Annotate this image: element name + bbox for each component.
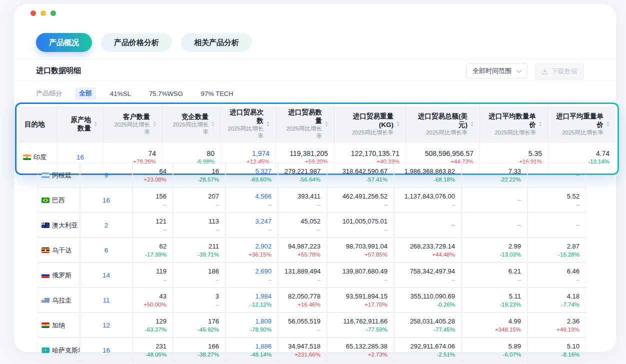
yoy-change: -77.45% bbox=[400, 326, 455, 334]
yoy-change: – bbox=[334, 226, 388, 234]
trade-count-link[interactable]: 1,886 bbox=[232, 342, 272, 351]
yoy-change: -19.23% bbox=[468, 301, 521, 308]
sort-icon[interactable] bbox=[606, 122, 610, 126]
yoy-change: – bbox=[180, 201, 219, 208]
table-row[interactable]: 俄罗斯14119–186–2,690–131,889,494–139,807,6… bbox=[38, 262, 586, 288]
trade-count-link[interactable]: 2,690 bbox=[232, 267, 272, 276]
table-row[interactable]: 乌拉圭1143+50.00%3–1,984-12.12%82,050,778+1… bbox=[38, 288, 586, 312]
filter-option-all[interactable]: 全部 bbox=[75, 88, 96, 100]
filter-option-97tech[interactable]: 97% TECH bbox=[197, 88, 238, 99]
filter-label: 产品细分 bbox=[36, 89, 62, 98]
metric-cell: 62-17.39% bbox=[132, 238, 173, 262]
origin-count-link[interactable]: 6 bbox=[104, 246, 108, 254]
sort-icon[interactable] bbox=[396, 122, 400, 126]
table-row[interactable]: 巴西16156–207–4,566–393,411–462,491,256.52… bbox=[38, 188, 586, 212]
metric-value: 231 bbox=[139, 342, 166, 351]
origin-count-link[interactable]: 11 bbox=[102, 296, 110, 304]
trade-count-link[interactable]: 1,984 bbox=[232, 292, 272, 301]
metric-cell: 6.21– bbox=[462, 262, 528, 288]
metric-cell: 5.11-19.23% bbox=[462, 288, 528, 312]
column-header-avg-quantity-price: 进口平均数量单价2025同比增长率 bbox=[480, 106, 548, 142]
flag-kz-icon bbox=[42, 348, 50, 353]
yoy-change: -56.64% bbox=[284, 176, 320, 184]
trade-count-link[interactable]: 2,902 bbox=[232, 242, 272, 251]
destination-cell: 加纳 bbox=[38, 312, 80, 338]
metric-value: 5.11 bbox=[468, 292, 521, 301]
sort-icon[interactable] bbox=[539, 122, 542, 126]
metric-cell: 268,233,729.14+44.48% bbox=[394, 238, 462, 262]
origin-count-link[interactable]: 14 bbox=[102, 272, 110, 279]
origin-count-link[interactable]: 16 bbox=[102, 346, 110, 354]
metric-cell: 1,984-12.12% bbox=[226, 288, 278, 312]
destination-label: 哈萨克斯坦 bbox=[52, 346, 80, 354]
filter-option-41sl[interactable]: 41%SL bbox=[106, 88, 135, 99]
metric-cell: 5.52– bbox=[528, 188, 586, 212]
tab-related-products[interactable]: 相关产品分析 bbox=[181, 33, 252, 52]
metric-cell: 4.99+348.15% bbox=[462, 312, 528, 338]
trade-count-link[interactable]: 1,809 bbox=[232, 317, 272, 326]
origin-count-link[interactable]: 16 bbox=[76, 154, 84, 161]
origin-count-link[interactable]: 9 bbox=[104, 172, 108, 179]
metric-value: 7.33 bbox=[468, 167, 521, 176]
metric-cell: 43+50.00% bbox=[132, 288, 173, 312]
yoy-change: +2.73% bbox=[334, 351, 388, 358]
trade-count-link[interactable]: 4,566 bbox=[232, 192, 272, 201]
table-row[interactable]: 乌干达662-17.39%211-39.71%2,902+36.15%94,98… bbox=[38, 238, 586, 262]
yoy-change: +49.19% bbox=[534, 326, 580, 334]
metric-value: 56,055,519 bbox=[284, 317, 320, 326]
metric-value: 3 bbox=[180, 292, 219, 301]
metric-value: 5.10 bbox=[534, 342, 580, 351]
metric-value: 758,342,497.94 bbox=[400, 267, 455, 276]
metric-value: 43 bbox=[139, 292, 166, 301]
table-row[interactable]: 加纳12129-63.27%176-45.92%1,809-78.90%56,0… bbox=[38, 312, 586, 338]
metric-cell: 82,050,778+16.46% bbox=[278, 288, 327, 312]
metric-cell: 231-48.05% bbox=[132, 338, 173, 362]
metric-cell: 279,221,987-56.64% bbox=[278, 162, 327, 188]
metric-cell: 5.10-8.16% bbox=[528, 338, 586, 362]
table-row[interactable]: 澳大利亚2121–113–3,247–45,052–101,005,075.01… bbox=[38, 212, 586, 238]
minimize-window-button[interactable] bbox=[40, 10, 46, 16]
yoy-change: -13.03% bbox=[468, 251, 521, 258]
yoy-change: +50.00% bbox=[139, 301, 166, 308]
metric-value: 80 bbox=[168, 149, 214, 158]
yoy-change: – bbox=[534, 276, 580, 284]
metric-value: 119 bbox=[139, 267, 166, 276]
close-window-button[interactable] bbox=[30, 10, 36, 16]
yoy-change: -57.41% bbox=[334, 176, 388, 184]
yoy-change: -68.18% bbox=[400, 176, 455, 184]
metric-value: 156 bbox=[139, 192, 166, 201]
trade-count-link[interactable]: 1,974 bbox=[227, 149, 270, 158]
filter-option-757wsg[interactable]: 75.7%WSG bbox=[145, 88, 187, 99]
sort-icon[interactable] bbox=[212, 122, 214, 126]
metric-cell: 186– bbox=[173, 262, 226, 288]
time-range-select[interactable]: 全部时间范围 bbox=[466, 64, 528, 78]
origin-count-link[interactable]: 16 bbox=[102, 196, 110, 204]
sort-icon[interactable] bbox=[266, 122, 270, 126]
table-row[interactable]: 阿根廷964+23.08%16-28.57%5,327-69.60%279,22… bbox=[38, 162, 586, 188]
section-controls: 全部时间范围 下载数据 bbox=[466, 64, 584, 80]
column-header-trade-count: 进口贸易次数2025同比增长率 bbox=[221, 106, 276, 142]
tab-price-analysis[interactable]: 产品价格分析 bbox=[101, 33, 172, 52]
metric-cell: 16-28.57% bbox=[173, 162, 226, 188]
sort-icon[interactable] bbox=[153, 122, 156, 126]
zoom-window-button[interactable] bbox=[50, 10, 56, 16]
metric-value: 64 bbox=[139, 167, 166, 176]
download-button[interactable]: 下载数据 bbox=[535, 64, 584, 80]
sort-icon[interactable] bbox=[325, 122, 328, 126]
metric-value: 2.99 bbox=[468, 242, 521, 251]
sort-icon[interactable] bbox=[94, 122, 97, 126]
flag-br-icon bbox=[42, 198, 50, 203]
metric-value: 82,050,778 bbox=[284, 292, 320, 301]
destination-label: 加纳 bbox=[52, 322, 65, 329]
tab-product-overview[interactable]: 产品概况 bbox=[36, 33, 92, 52]
sort-icon[interactable] bbox=[470, 122, 474, 126]
trade-count-link[interactable]: 5,327 bbox=[232, 167, 272, 176]
table-row[interactable]: 哈萨克斯坦16231-48.05%166-38.27%1,886-48.14%3… bbox=[38, 338, 586, 362]
origin-count-cell: 6 bbox=[80, 238, 132, 262]
origin-count-link[interactable]: 12 bbox=[102, 322, 110, 329]
origin-count-link[interactable]: 2 bbox=[104, 222, 108, 229]
import-data-table-body: 阿根廷964+23.08%16-28.57%5,327-69.60%279,22… bbox=[38, 162, 586, 362]
metric-value: – bbox=[534, 220, 580, 230]
yoy-change: -38.27% bbox=[180, 351, 219, 358]
trade-count-link[interactable]: 3,247 bbox=[232, 217, 272, 226]
